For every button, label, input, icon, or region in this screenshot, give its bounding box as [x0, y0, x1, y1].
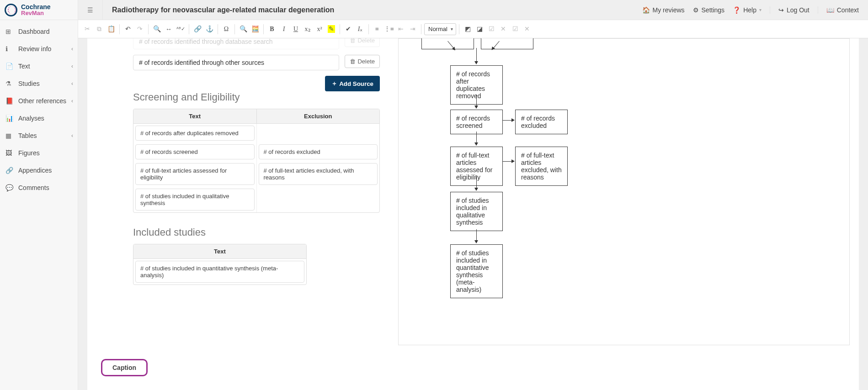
flask-icon: ⚗ [5, 80, 14, 87]
sidebar-item-figures[interactable]: 🖼 Figures [0, 144, 78, 162]
add-source-label: Add Source [339, 80, 373, 87]
source-row[interactable]: # of records identified through database… [133, 38, 339, 49]
screening-text-cell[interactable]: # of studies included in qualitative syn… [135, 189, 255, 211]
help-icon: ❓ [733, 6, 740, 14]
delete-source-button[interactable]: 🗑Delete [345, 38, 380, 47]
flow-box-quantitative: # of studies included in quantitative sy… [450, 244, 503, 298]
clear-format-icon[interactable]: Iₓ [355, 23, 366, 35]
logo-mark [5, 4, 17, 16]
link-icon[interactable]: 🔗 [192, 23, 203, 35]
arrow [476, 48, 477, 64]
sidebar-item-other-references[interactable]: 📕 Other references ‹ [0, 92, 78, 110]
brand-line2: RevMan [21, 10, 51, 16]
info-icon: ℹ [5, 45, 14, 53]
brush-icon[interactable]: ✔ [343, 23, 354, 35]
sidebar-item-appendices[interactable]: 🔗 Appendices [0, 162, 78, 179]
bullet-list-icon[interactable]: ⋮≡ [383, 23, 394, 35]
chevron-left-icon: ‹ [71, 80, 73, 87]
table-row: # of studies included in qualitative syn… [133, 187, 379, 212]
subscript-icon[interactable]: x₂ [302, 23, 313, 35]
sidebar-item-label: Other references [18, 97, 66, 105]
sidebar-item-review-info[interactable]: ℹ Review info ‹ [0, 40, 78, 58]
sidebar-item-studies[interactable]: ⚗ Studies ‹ [0, 75, 78, 92]
sidebar-item-tables[interactable]: ▦ Tables ‹ [0, 127, 78, 144]
brand-logo: Cochrane RevMan [0, 0, 78, 20]
editor-toolbar: ✂ ⧉ 📋 ↶ ↷ 🔍 ↔ ᴬᴮ✓ 🔗 ⚓ Ω 🔍 🧮 B I U x₂ x² … [78, 20, 868, 38]
sidebar-item-label: Comments [18, 184, 49, 191]
chevron-left-icon: ‹ [71, 98, 73, 104]
flow-box [421, 38, 474, 49]
prisma-flowchart: # of records after duplicates removed # … [398, 38, 850, 345]
sidebar-item-comments[interactable]: 💬 Comments [0, 179, 78, 196]
sidebar-item-label: Studies [18, 80, 40, 87]
help-link[interactable]: ❓ Help ▾ [733, 6, 761, 14]
anchor-icon[interactable]: ⚓ [204, 23, 215, 35]
screening-exclusion-cell[interactable]: # of records excluded [259, 144, 378, 159]
table-icon: ▦ [5, 132, 14, 139]
caption-tab[interactable]: Caption [101, 359, 148, 376]
add-source-button[interactable]: ＋Add Source [325, 76, 380, 91]
copy-icon: ⧉ [94, 23, 105, 35]
book-icon: 📖 [826, 6, 834, 14]
indent-icon: ⇥ [407, 23, 418, 35]
screening-text-cell[interactable]: # of records screened [135, 144, 255, 159]
omega-icon[interactable]: Ω [221, 23, 232, 35]
numbered-list-icon[interactable]: ≡ [372, 23, 383, 35]
format-select[interactable]: Normal [424, 23, 456, 35]
sidebar-item-analyses[interactable]: 📊 Analyses [0, 110, 78, 127]
context-label: Context [837, 6, 859, 14]
source-text: # of records identified through database… [139, 38, 273, 45]
included-title: Included studies [133, 227, 380, 238]
settings-label: Settings [702, 6, 725, 14]
highlight-icon[interactable]: ✎ [326, 23, 337, 35]
sidebar-item-text[interactable]: 📄 Text ‹ [0, 58, 78, 75]
th-text: Text [133, 244, 306, 258]
plus-icon: ＋ [331, 79, 337, 88]
replace-icon[interactable]: ↔ [163, 23, 174, 35]
sidebar-item-label: Analyses [18, 115, 44, 122]
dashboard-icon: ⊞ [5, 28, 14, 35]
screening-text-cell[interactable]: # of records after duplicates removed [135, 126, 255, 141]
screening-title: Screening and Eligibility [133, 91, 380, 103]
table-row: # of records after duplicates removed [133, 124, 379, 142]
settings-link[interactable]: ⚙ Settings [693, 6, 725, 14]
included-cell[interactable]: # of studies included in quantitative sy… [135, 261, 304, 283]
underline-icon[interactable]: U [290, 23, 301, 35]
source-row[interactable]: # of records identified through other so… [133, 55, 339, 70]
sidebar-item-dashboard[interactable]: ⊞ Dashboard [0, 23, 78, 40]
flow-box-qualitative: # of studies included in qualitative syn… [450, 192, 503, 231]
spellcheck-icon[interactable]: ᴬᴮ✓ [175, 23, 186, 35]
flow-box-fulltext-excluded: # of full-text articles excluded, with r… [515, 147, 568, 186]
sidebar-item-label: Text [18, 63, 30, 70]
calculator-icon[interactable]: 🧮 [250, 23, 261, 35]
included-table: Text # of studies included in quantitati… [133, 244, 307, 285]
logout-link[interactable]: ↪ Log Out [770, 6, 809, 14]
screening-text-cell[interactable]: # of full-text articles assessed for eli… [135, 163, 255, 185]
tool-a-icon[interactable]: ◩ [462, 23, 473, 35]
format-select-value: Normal [428, 26, 447, 32]
tool-e-icon: ☑ [510, 23, 521, 35]
find-icon[interactable]: 🔍 [151, 23, 162, 35]
redo-icon: ↷ [134, 23, 145, 35]
sidebar-item-label: Tables [18, 132, 37, 139]
screening-exclusion-cell[interactable]: # of full-text articles excluded, with r… [259, 163, 378, 185]
undo-icon[interactable]: ↶ [122, 23, 133, 35]
table-row: # of records screened # of records exclu… [133, 142, 379, 161]
zoom-icon[interactable]: 🔍 [238, 23, 249, 35]
tool-b-icon[interactable]: ◪ [474, 23, 485, 35]
delete-label: Delete [357, 38, 375, 44]
hamburger-toggle[interactable]: ☰ [78, 0, 103, 20]
italic-icon[interactable]: I [278, 23, 289, 35]
brand-line1: Cochrane [21, 4, 51, 10]
paste-icon[interactable]: 📋 [106, 23, 117, 35]
context-link[interactable]: 📖 Context [818, 6, 859, 14]
outdent-icon: ⇤ [395, 23, 406, 35]
sidebar-item-label: Appendices [18, 167, 52, 174]
superscript-icon[interactable]: x² [314, 23, 325, 35]
my-reviews-link[interactable]: 🏠 My reviews [642, 6, 685, 14]
delete-source-button[interactable]: 🗑Delete [345, 55, 380, 68]
bold-icon[interactable]: B [266, 23, 277, 35]
tool-f-icon: ✕ [522, 23, 533, 35]
chevron-left-icon: ‹ [71, 132, 73, 139]
link-icon: 🔗 [5, 167, 14, 174]
